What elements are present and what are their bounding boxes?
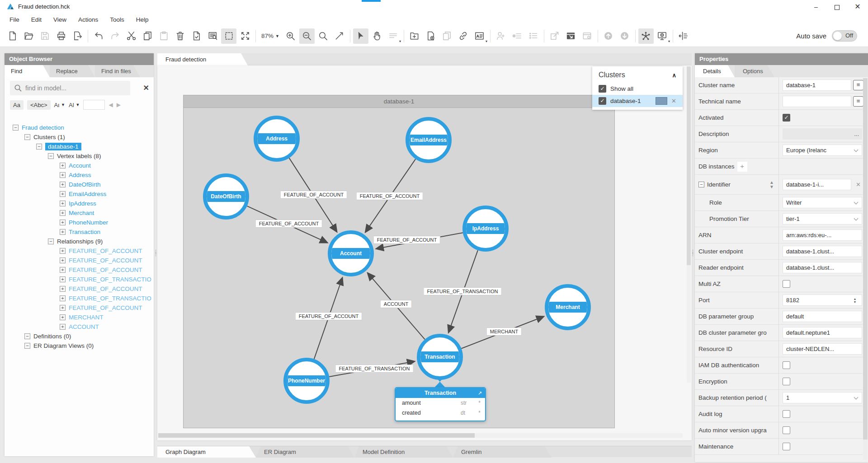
- tab-replace[interactable]: Replace: [50, 65, 95, 77]
- expand-node-icon[interactable]: +: [60, 248, 66, 254]
- open-model-button[interactable]: [21, 28, 36, 44]
- tab-details[interactable]: Details: [695, 65, 735, 77]
- open-list-icon[interactable]: ≡: [853, 96, 863, 107]
- iam-db-authentication-checkbox[interactable]: [783, 361, 790, 369]
- expand-node-icon[interactable]: +: [60, 182, 66, 187]
- undo-button[interactable]: [91, 28, 106, 44]
- expand-node-icon[interactable]: +: [60, 286, 66, 292]
- pan-tool-button[interactable]: [369, 28, 385, 44]
- graph-node-merchant[interactable]: Merchant: [545, 284, 591, 330]
- expand-node-icon[interactable]: +: [60, 314, 66, 320]
- show-all-row[interactable]: ✓ Show all: [592, 83, 683, 95]
- backup-retention-period-select[interactable]: 1: [783, 392, 862, 403]
- display-settings-button[interactable]: ▾: [655, 28, 670, 44]
- properties-scrollbar[interactable]: [863, 78, 868, 460]
- tab-er-diagram[interactable]: ER Diagram: [256, 446, 354, 458]
- expand-node-icon[interactable]: +: [60, 257, 66, 263]
- clear-search-icon[interactable]: ✕: [143, 84, 149, 92]
- expand-node-icon[interactable]: +: [60, 229, 66, 235]
- tree-item-ipaddress[interactable]: IpAddress: [69, 200, 96, 207]
- tree-item-merchant[interactable]: MERCHANT: [69, 314, 104, 321]
- expand-node-icon[interactable]: +: [60, 191, 66, 197]
- graph-node-ipaddress[interactable]: IpAddress: [462, 206, 509, 252]
- cut-button[interactable]: [123, 28, 139, 44]
- apply-to-model-button[interactable]: [189, 28, 204, 44]
- add-db-instance-button[interactable]: +: [737, 162, 747, 172]
- reader-endpoint-input[interactable]: database-1.clust...: [783, 262, 862, 273]
- expand-node-icon[interactable]: +: [60, 324, 66, 330]
- collapse-node-icon[interactable]: −: [13, 125, 19, 131]
- cluster-item-row[interactable]: ✓database-1✕: [592, 95, 683, 107]
- right-splitter-handle[interactable]: ⋮⋮: [691, 244, 694, 262]
- auto-minor-version-upgra-checkbox[interactable]: [783, 426, 790, 434]
- tree-item-feature-of-account[interactable]: FEATURE_OF_ACCOUNT: [69, 304, 142, 311]
- new-model-button[interactable]: [5, 28, 20, 44]
- popup-field-row[interactable]: amountstr*: [396, 398, 485, 408]
- tab-graph-diagram[interactable]: Graph Diagram: [157, 446, 256, 458]
- menu-view[interactable]: View: [47, 15, 72, 24]
- expand-node-icon[interactable]: +: [60, 201, 66, 206]
- tree-item-feature-of-account[interactable]: FEATURE_OF_ACCOUNT: [69, 267, 142, 273]
- find-next-button[interactable]: ▶: [117, 102, 121, 108]
- promotion-tier-select[interactable]: tier-1: [783, 213, 862, 224]
- left-splitter-handle[interactable]: ⋮⋮: [154, 244, 157, 262]
- add-container-button[interactable]: [407, 28, 422, 44]
- collapse-group-icon[interactable]: −: [698, 182, 704, 187]
- collapse-panel-button[interactable]: [676, 28, 691, 44]
- maintenance-checkbox[interactable]: [783, 443, 790, 450]
- remove-instance-icon[interactable]: ✕: [856, 181, 861, 188]
- canvas-vertical-scrollbar[interactable]: [687, 66, 691, 383]
- tree-item-dateofbirth[interactable]: DateOfBirth: [69, 181, 101, 188]
- tree-item-database-1[interactable]: database-1: [45, 143, 81, 150]
- resource-id-input[interactable]: cluster-NEDLEN...: [783, 343, 862, 355]
- tree-item-vertex-labels-8-[interactable]: Vertex labels (8): [57, 153, 101, 159]
- cluster-name-input[interactable]: database-1: [783, 80, 851, 91]
- menu-help[interactable]: Help: [130, 15, 155, 24]
- tree-item-definitions-0-[interactable]: Definitions (0): [33, 333, 71, 340]
- show-all-checkbox[interactable]: ✓: [599, 85, 606, 93]
- collapse-node-icon[interactable]: −: [48, 239, 54, 244]
- region-select[interactable]: Europe (Irelanc: [783, 145, 862, 156]
- port-input[interactable]: 8182: [783, 295, 862, 306]
- collapse-node-icon[interactable]: −: [24, 134, 30, 140]
- find-extra-input[interactable]: [83, 100, 105, 110]
- fit-to-window-button[interactable]: [237, 28, 253, 44]
- print-button[interactable]: [53, 28, 69, 44]
- tree-item-transaction[interactable]: Transaction: [69, 229, 100, 235]
- stepper-arrows[interactable]: ▴▾: [854, 297, 856, 304]
- tab-gremlin[interactable]: Gremlin: [453, 446, 552, 458]
- close-button[interactable]: ✕: [847, 0, 868, 14]
- select-region-button[interactable]: [221, 28, 236, 44]
- edge-label-feature_of_account[interactable]: FEATURE_OF_ACCOUNT: [356, 192, 423, 200]
- edge-label-feature_of_account[interactable]: FEATURE_OF_ACCOUNT: [280, 191, 347, 199]
- cluster-endpoint-input[interactable]: database-1.clust...: [783, 246, 862, 257]
- tree-item-feature-of-transactio[interactable]: FEATURE_OF_TRANSACTIO: [69, 276, 151, 283]
- menu-actions[interactable]: Actions: [72, 15, 104, 24]
- popup-field-row[interactable]: createddt*: [396, 408, 485, 418]
- tree-item-phonenumber[interactable]: PhoneNumber: [69, 219, 108, 226]
- tab-fraud-detection[interactable]: Fraud detection: [157, 53, 248, 65]
- open-list-icon[interactable]: ≡: [853, 80, 863, 90]
- tree-item-er-diagram-views-0-[interactable]: ER Diagram Views (0): [33, 342, 94, 349]
- cluster-visibility-checkbox[interactable]: ✓: [599, 97, 606, 105]
- tree-item-emailaddress[interactable]: EmailAddress: [69, 191, 106, 197]
- tree-item-account[interactable]: ACCOUNT: [69, 323, 99, 330]
- tree-item-merchant[interactable]: Merchant: [69, 210, 94, 216]
- copy-button[interactable]: [140, 28, 155, 44]
- graph-node-transaction[interactable]: Transaction: [417, 334, 463, 380]
- menu-file[interactable]: File: [4, 15, 25, 24]
- expand-node-icon[interactable]: +: [60, 163, 66, 168]
- zoom-out-button[interactable]: [299, 28, 315, 44]
- expand-node-icon[interactable]: +: [60, 295, 66, 301]
- tab-options[interactable]: Options: [735, 65, 774, 77]
- open-in-browser-button[interactable]: [563, 28, 579, 44]
- expand-node-icon[interactable]: +: [60, 276, 66, 282]
- review-model-button[interactable]: [205, 28, 220, 44]
- tree-item-feature-of-account[interactable]: FEATURE_OF_ACCOUNT: [69, 257, 142, 264]
- graph-node-address[interactable]: Address: [254, 116, 300, 162]
- zoom-in-button[interactable]: [283, 28, 298, 44]
- tab-model-definition[interactable]: Model Definition: [354, 446, 453, 458]
- search-input[interactable]: [10, 81, 130, 95]
- menu-tools[interactable]: Tools: [104, 15, 130, 24]
- multi-az-checkbox[interactable]: [783, 280, 790, 288]
